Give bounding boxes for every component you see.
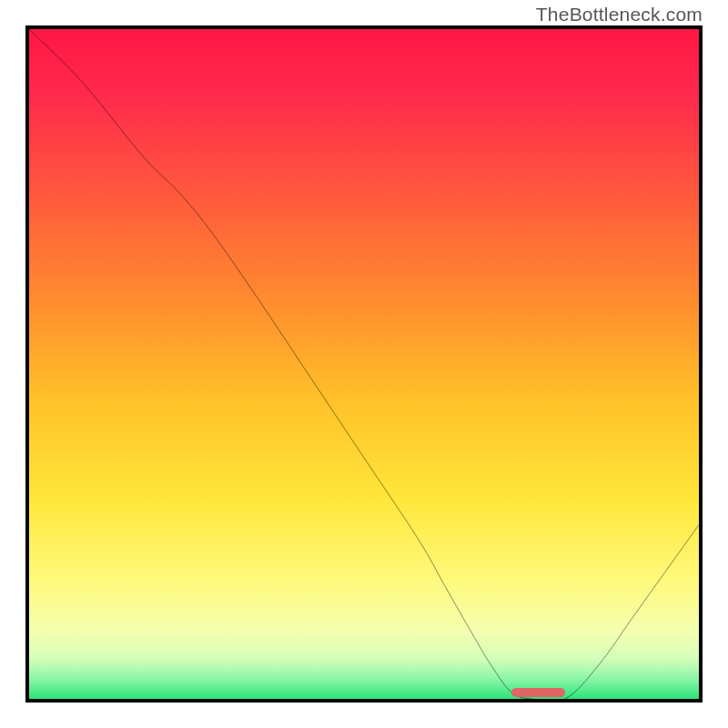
bottleneck-curve	[29, 29, 699, 699]
plot-area	[25, 25, 703, 703]
optimal-range-marker	[511, 688, 565, 697]
watermark-label: TheBottleneck.com	[536, 4, 703, 25]
bottleneck-chart: TheBottleneck.com	[0, 0, 728, 728]
